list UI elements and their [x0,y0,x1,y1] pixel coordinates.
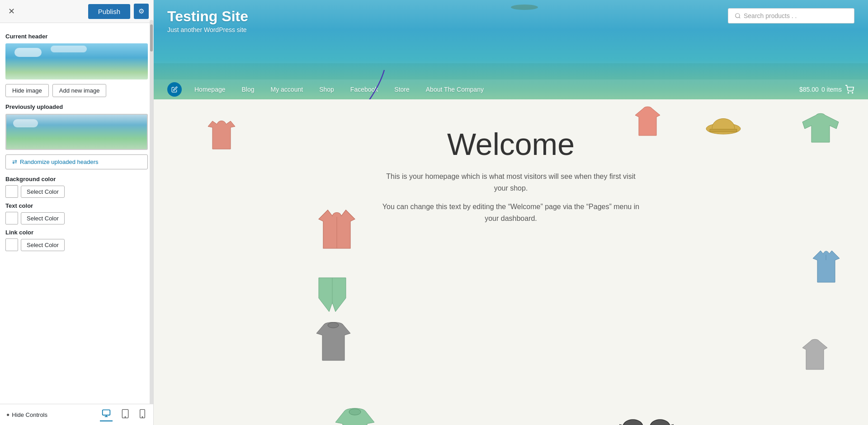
top-bar: ✕ Publish ⚙ [0,0,153,23]
mobile-icon [140,409,145,418]
clothing-item-hat [705,108,741,142]
settings-button[interactable]: ⚙ [134,4,149,19]
nav-item-about[interactable]: About The Company [418,79,492,99]
background-color-title: Background color [5,176,148,182]
mobile-device-button[interactable] [138,408,147,421]
svg-point-13 [328,322,339,328]
site-nav: Homepage Blog My account Shop Facebook S… [154,79,868,99]
randomize-icon: ⇄ [12,159,17,165]
text-select-color-button[interactable]: Select Color [21,212,65,224]
cart-price: $85.00 [799,86,819,93]
search-icon [735,13,741,19]
background-color-row: Select Color [5,185,148,198]
close-button[interactable]: ✕ [5,5,19,18]
current-header-thumbnail[interactable] [5,43,148,79]
cart-icon [844,85,854,94]
site-title[interactable]: Testing Site [167,8,248,25]
svg-point-9 [848,93,849,93]
header-top: Testing Site Just another WordPress site… [154,0,868,33]
svg-point-7 [736,14,740,18]
welcome-text2: You can change this text by editing the … [380,201,642,224]
pencil-icon [171,86,178,93]
site-branding: Testing Site Just another WordPress site [167,8,248,33]
clothing-item-hoodie1 [314,321,353,365]
cart-area[interactable]: $85.00 0 items [799,85,854,94]
publish-button[interactable]: Publish [88,4,130,19]
previously-uploaded-title: Previously uploaded [5,103,148,110]
clothing-item-shirt1 [203,117,240,155]
header-image-buttons: Hide image Add new image [5,84,148,97]
current-header-title: Current header [5,33,148,40]
previously-uploaded-thumbnail[interactable] [5,114,148,150]
bottom-bar: ● Hide Controls [0,404,153,425]
desktop-device-button[interactable] [100,408,113,421]
site-tagline[interactable]: Just another WordPress site [167,26,248,33]
hide-image-button[interactable]: Hide image [5,84,49,97]
link-color-row: Select Color [5,238,148,251]
nav-item-blog[interactable]: Blog [234,79,263,99]
svg-point-4 [125,417,126,418]
svg-rect-0 [103,410,110,416]
text-color-swatch[interactable] [5,212,18,224]
prev-thumb-cloud [13,119,38,127]
nav-item-myaccount[interactable]: My account [263,79,311,99]
welcome-text1: This is your homepage which is what most… [380,171,642,194]
hide-controls-circle-icon: ● [6,411,9,418]
main-content: Welcome This is your homepage which is w… [154,99,868,425]
svg-point-17 [349,409,361,415]
clothing-item-polo [809,248,843,286]
thumbnail-cloud2 [51,46,87,52]
panel-content: Current header Hide image Add new image … [0,23,153,425]
clothing-item-shirt-gray [798,339,832,374]
nav-item-shop[interactable]: Shop [311,79,342,99]
customizer-panel: ✕ Publish ⚙ Current header Hide image Ad… [0,0,154,425]
site-header: Testing Site Just another WordPress site… [154,0,868,99]
clothing-item-sunglasses [619,416,674,425]
tablet-icon [122,409,129,418]
svg-point-19 [650,420,670,425]
edit-nav-button[interactable] [167,82,182,97]
preview-area: Testing Site Just another WordPress site… [154,0,868,425]
background-color-swatch[interactable] [5,185,18,198]
tablet-device-button[interactable] [120,408,131,421]
scrollbar-thumb[interactable] [150,24,153,51]
desktop-icon [102,409,111,418]
add-new-image-button[interactable]: Add new image [52,84,107,97]
link-select-color-button[interactable]: Select Color [21,239,65,251]
search-placeholder: Search products . . [744,12,797,19]
text-color-row: Select Color [5,212,148,224]
svg-line-8 [739,17,741,19]
search-box[interactable]: Search products . . [728,8,854,23]
svg-point-6 [142,417,143,418]
svg-point-10 [852,93,853,93]
text-color-title: Text color [5,202,148,209]
thumbnail-cloud1 [14,48,42,57]
welcome-section: Welcome This is your homepage which is w… [154,99,868,249]
randomize-label: Randomize uploaded headers [20,159,98,165]
nav-item-store[interactable]: Store [386,79,417,99]
background-select-color-button[interactable]: Select Color [21,186,65,198]
clothing-item-jacket1 [316,208,357,252]
clothing-item-longsleeve1 [800,113,841,146]
clothing-item-shorts [316,276,348,313]
device-icons [100,408,147,421]
link-color-swatch[interactable] [5,238,18,251]
clothing-item-hoodie-green [335,406,375,425]
cart-items: 0 items [821,86,842,93]
nav-item-facebook[interactable]: Facebook [342,79,386,99]
hide-controls-label: Hide Controls [12,411,47,418]
svg-point-18 [623,420,643,425]
scrollbar[interactable] [150,20,153,405]
nav-items: Homepage Blog My account Shop Facebook S… [186,79,799,99]
welcome-title: Welcome [163,126,859,162]
link-color-title: Link color [5,229,148,236]
nav-item-homepage[interactable]: Homepage [186,79,234,99]
hide-controls-button[interactable]: ● Hide Controls [6,411,47,418]
randomize-button[interactable]: ⇄ Randomize uploaded headers [5,154,148,169]
clothing-item-shirt-coral [631,106,665,140]
